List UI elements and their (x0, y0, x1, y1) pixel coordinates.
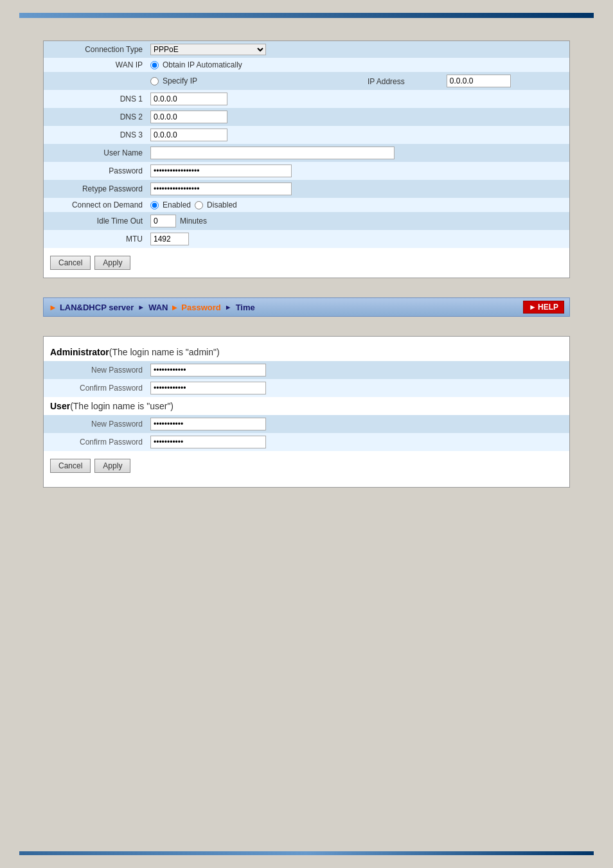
connection-type-label: Connection Type (44, 41, 147, 58)
password-button-row: Cancel Apply (44, 451, 569, 481)
password-cancel-button[interactable]: Cancel (50, 459, 91, 473)
help-button[interactable]: ► HELP (523, 301, 564, 314)
dns2-input[interactable] (150, 111, 227, 123)
wan-ip-label-empty (44, 72, 147, 90)
connect-on-demand-row: Connect on Demand Enabled Disabled (44, 198, 569, 212)
user-new-password-label: New Password (44, 415, 147, 433)
nav-bar: ► LAN&DHCP server ► WAN ► Password ► Tim… (43, 297, 570, 317)
nav-arrow-icon-2: ► (170, 303, 179, 312)
admin-confirm-password-value-cell (147, 379, 569, 397)
retype-password-row: Retype Password (44, 180, 569, 198)
user-section-header: User(The login name is "user") (44, 397, 569, 415)
wan-button-row: Cancel Apply (44, 248, 569, 278)
nav-item-wan[interactable]: WAN (148, 303, 168, 312)
username-value-cell (147, 144, 569, 162)
admin-new-password-input[interactable] (150, 364, 266, 376)
connect-on-demand-disabled-label: Disabled (207, 200, 237, 209)
user-new-password-value-cell (147, 415, 569, 433)
help-label: HELP (538, 303, 558, 312)
idle-timeout-label: Idle Time Out (44, 212, 147, 230)
admin-password-table: New Password Confirm Password (44, 361, 569, 397)
admin-new-password-row: New Password (44, 361, 569, 379)
ip-address-label: IP Address (368, 77, 405, 86)
wan-cancel-button[interactable]: Cancel (50, 256, 91, 270)
retype-password-value-cell (147, 180, 569, 198)
user-confirm-password-row: Confirm Password (44, 433, 569, 451)
username-label: User Name (44, 144, 147, 162)
dns2-row: DNS 2 (44, 108, 569, 126)
password-apply-button[interactable]: Apply (94, 459, 130, 473)
idle-timeout-input[interactable] (150, 215, 176, 227)
wan-ip-specify-label: Specify IP (163, 76, 197, 85)
dns3-label: DNS 3 (44, 126, 147, 144)
dns2-value-cell (147, 108, 364, 126)
mtu-value-cell (147, 230, 569, 248)
admin-confirm-password-label: Confirm Password (44, 379, 147, 397)
connection-type-value-cell: PPPoE (147, 41, 364, 58)
password-input[interactable] (150, 164, 292, 177)
admin-header-bold: Administrator (50, 347, 109, 357)
wan-ip-specify-row: Specify IP IP Address (44, 72, 569, 90)
nav-separator-1: ► (138, 303, 145, 311)
ip-address-value-cell (443, 72, 569, 90)
dns1-input[interactable] (150, 93, 227, 105)
connect-on-demand-enabled-radio[interactable] (150, 201, 159, 209)
connection-type-select[interactable]: PPPoE (150, 44, 266, 55)
retype-password-label: Retype Password (44, 180, 147, 198)
dns3-value-cell (147, 126, 364, 144)
wan-ip-obtain-row: WAN IP Obtain IP Automatically (44, 58, 569, 72)
ip-address-input[interactable] (447, 75, 511, 87)
idle-timeout-row: Idle Time Out Minutes (44, 212, 569, 230)
user-confirm-password-input[interactable] (150, 436, 266, 448)
bottom-decorative-bar (19, 851, 594, 855)
help-icon: ► (529, 303, 537, 312)
admin-new-password-label: New Password (44, 361, 147, 379)
page-wrapper: Connection Type PPPoE WAN IP Obtain IP A… (0, 0, 613, 868)
connect-on-demand-value-cell: Enabled Disabled (147, 198, 569, 212)
dns1-row: DNS 1 (44, 90, 569, 108)
admin-confirm-password-row: Confirm Password (44, 379, 569, 397)
wan-ip-obtain-radio[interactable] (150, 61, 159, 69)
wan-ip-label: WAN IP (44, 58, 147, 72)
mtu-row: MTU (44, 230, 569, 248)
password-value-cell (147, 162, 569, 180)
admin-confirm-password-input[interactable] (150, 382, 266, 394)
username-input[interactable] (150, 146, 395, 159)
nav-arrow-icon-1: ► (49, 303, 57, 312)
user-new-password-row: New Password (44, 415, 569, 433)
wan-ip-specify-cell: Specify IP (147, 72, 364, 90)
dns1-value-cell (147, 90, 364, 108)
wan-panel: Connection Type PPPoE WAN IP Obtain IP A… (43, 40, 570, 278)
user-sub-text: (The login name is "user") (70, 401, 173, 411)
user-confirm-password-label: Confirm Password (44, 433, 147, 451)
nav-item-time[interactable]: Time (236, 303, 255, 312)
idle-timeout-value-cell: Minutes (147, 212, 569, 230)
mtu-label: MTU (44, 230, 147, 248)
dns3-row: DNS 3 (44, 126, 569, 144)
dns3-input[interactable] (150, 128, 227, 141)
dns2-label: DNS 2 (44, 108, 147, 126)
wan-ip-obtain-label: Obtain IP Automatically (163, 60, 242, 69)
connection-type-row: Connection Type PPPoE (44, 41, 569, 58)
mtu-input[interactable] (150, 233, 189, 245)
nav-item-lan[interactable]: LAN&DHCP server (60, 303, 134, 312)
ip-address-label-cell: IP Address (364, 72, 443, 90)
idle-timeout-minutes-label: Minutes (180, 217, 207, 226)
wan-ip-obtain-cell: Obtain IP Automatically (147, 58, 364, 72)
user-new-password-input[interactable] (150, 418, 266, 430)
wan-ip-specify-radio[interactable] (150, 77, 159, 85)
user-confirm-password-value-cell (147, 433, 569, 451)
wan-apply-button[interactable]: Apply (94, 256, 130, 270)
nav-item-password[interactable]: Password (181, 303, 220, 312)
username-row: User Name (44, 144, 569, 162)
top-decorative-bar (19, 13, 594, 18)
connect-on-demand-enabled-label: Enabled (163, 200, 191, 209)
admin-section-header: Administrator(The login name is "admin") (44, 343, 569, 361)
retype-password-input[interactable] (150, 182, 292, 195)
password-row: Password (44, 162, 569, 180)
connect-on-demand-disabled-radio[interactable] (195, 201, 203, 209)
password-panel: Administrator(The login name is "admin")… (43, 336, 570, 488)
admin-sub-text: (The login name is "admin") (109, 347, 220, 357)
password-label: Password (44, 162, 147, 180)
nav-separator-2: ► (225, 303, 232, 311)
